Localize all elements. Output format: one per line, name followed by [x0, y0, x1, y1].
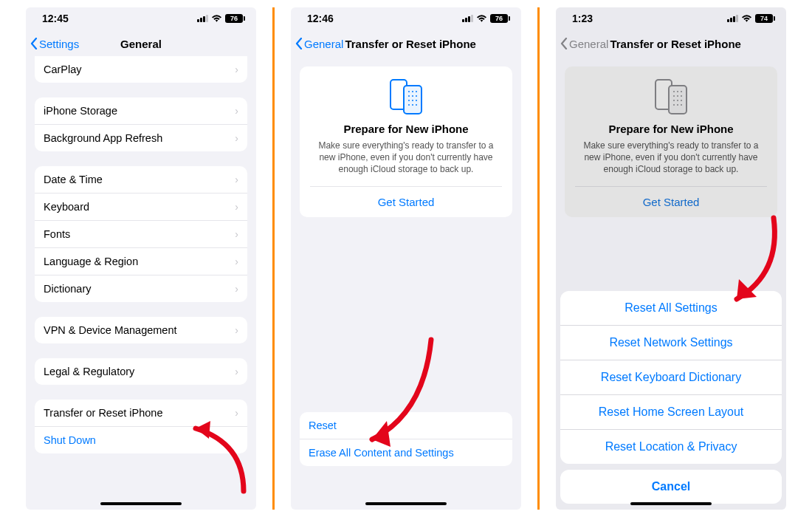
svg-point-6: [412, 95, 413, 97]
svg-point-12: [412, 104, 413, 106]
svg-point-16: [673, 91, 675, 92]
row-vpn-device-management[interactable]: VPN & Device Management›: [35, 317, 247, 343]
card-body: Make sure everything's ready to transfer…: [310, 140, 502, 176]
nav-bar: General Transfer or Reset iPhone: [556, 28, 786, 59]
back-label: Settings: [39, 38, 79, 50]
svg-point-22: [673, 100, 675, 101]
chevron-right-icon: ›: [235, 201, 238, 213]
chevron-right-icon: ›: [235, 407, 238, 419]
svg-point-3: [412, 91, 413, 92]
svg-point-26: [677, 104, 678, 106]
chevron-left-icon: [295, 38, 303, 49]
status-right: 76: [461, 14, 508, 23]
svg-point-24: [681, 100, 682, 101]
home-indicator[interactable]: [630, 502, 712, 505]
prepare-card: Prepare for New iPhone Make sure everyth…: [565, 66, 777, 217]
action-sheet-options: Reset All Settings Reset Network Setting…: [560, 291, 782, 464]
row-keyboard[interactable]: Keyboard›: [35, 194, 247, 221]
chevron-left-icon: [560, 38, 568, 49]
svg-point-21: [681, 95, 682, 97]
group-vpn: VPN & Device Management›: [35, 317, 247, 343]
get-started-button[interactable]: Get Started: [310, 186, 502, 217]
status-bar: 12:45 76: [26, 7, 256, 28]
screenshot-divider: [537, 7, 540, 510]
chevron-right-icon: ›: [235, 132, 238, 144]
row-shut-down[interactable]: Shut Down: [35, 427, 247, 453]
back-button[interactable]: General: [295, 38, 343, 50]
home-indicator[interactable]: [365, 502, 447, 505]
wifi-icon: [741, 14, 752, 23]
dimmed-background: 1:23 74 General Transfer or Reset iPhone…: [556, 7, 786, 217]
option-reset-all-settings[interactable]: Reset All Settings: [560, 291, 782, 326]
home-indicator[interactable]: [100, 502, 182, 505]
battery-icon: 76: [490, 14, 508, 23]
nav-bar: General Transfer or Reset iPhone: [291, 28, 521, 59]
row-reset[interactable]: Reset: [300, 412, 512, 439]
prepare-illustration-icon: [310, 78, 502, 115]
svg-point-9: [412, 100, 413, 101]
row-fonts[interactable]: Fonts›: [35, 221, 247, 248]
option-reset-keyboard-dictionary[interactable]: Reset Keyboard Dictionary: [560, 360, 782, 395]
svg-point-2: [408, 91, 410, 92]
card-title: Prepare for New iPhone: [310, 123, 502, 135]
chevron-right-icon: ›: [235, 366, 238, 377]
chevron-right-icon: ›: [235, 64, 238, 75]
row-legal-regulatory[interactable]: Legal & Regulatory›: [35, 358, 247, 385]
screenshot-divider: [272, 7, 275, 510]
row-dictionary[interactable]: Dictionary›: [35, 275, 247, 302]
chevron-right-icon: ›: [235, 256, 238, 267]
battery-icon: 76: [225, 14, 243, 23]
wifi-icon: [476, 14, 487, 23]
cancel-button[interactable]: Cancel: [560, 470, 782, 504]
chevron-right-icon: ›: [235, 105, 238, 117]
row-iphone-storage[interactable]: iPhone Storage›: [35, 97, 247, 125]
row-carplay[interactable]: CarPlay›: [35, 56, 247, 83]
nav-title: Transfer or Reset iPhone: [343, 38, 476, 50]
svg-point-5: [408, 95, 410, 97]
chevron-right-icon: ›: [235, 174, 238, 185]
option-reset-network-settings[interactable]: Reset Network Settings: [560, 326, 782, 360]
svg-point-10: [416, 100, 417, 101]
back-button: General: [560, 38, 608, 50]
svg-point-19: [673, 95, 675, 97]
action-sheet: Reset All Settings Reset Network Setting…: [560, 291, 782, 504]
option-reset-home-screen-layout[interactable]: Reset Home Screen Layout: [560, 395, 782, 430]
cellular-signal-icon: [726, 15, 738, 22]
status-right: 76: [196, 14, 243, 23]
nav-bar: Settings General: [26, 28, 256, 59]
svg-point-27: [681, 104, 682, 106]
svg-point-4: [416, 91, 417, 92]
row-erase-all[interactable]: Erase All Content and Settings: [300, 439, 512, 466]
cellular-signal-icon: [196, 15, 208, 22]
row-language-region[interactable]: Language & Region›: [35, 248, 247, 275]
back-button[interactable]: Settings: [30, 38, 79, 50]
prepare-illustration-icon: [575, 78, 767, 115]
card-title: Prepare for New iPhone: [575, 123, 767, 135]
back-label: General: [569, 38, 608, 50]
nav-title: Transfer or Reset iPhone: [608, 38, 741, 50]
svg-point-25: [673, 104, 675, 106]
chevron-right-icon: ›: [235, 228, 238, 240]
row-background-app-refresh[interactable]: Background App Refresh›: [35, 125, 247, 151]
back-label: General: [304, 38, 343, 50]
group-localization: Date & Time› Keyboard› Fonts› Language &…: [35, 166, 247, 302]
svg-point-20: [677, 95, 678, 97]
svg-point-18: [681, 91, 682, 92]
screen-transfer-or-reset: 12:46 76 General Transfer or Reset iPhon…: [291, 7, 521, 510]
row-transfer-or-reset[interactable]: Transfer or Reset iPhone›: [35, 400, 247, 427]
chevron-right-icon: ›: [235, 283, 238, 295]
wifi-icon: [211, 14, 222, 23]
svg-point-7: [416, 95, 417, 97]
row-date-time[interactable]: Date & Time›: [35, 166, 247, 194]
status-bar: 12:46 76: [291, 7, 521, 28]
status-time: 12:45: [42, 13, 69, 24]
status-time: 12:46: [307, 13, 334, 24]
status-right: 74: [726, 14, 773, 23]
status-time: 1:23: [572, 13, 593, 24]
svg-point-11: [408, 104, 410, 106]
option-reset-location-privacy[interactable]: Reset Location & Privacy: [560, 430, 782, 464]
chevron-right-icon: ›: [235, 324, 238, 336]
group-reset-options: Reset Erase All Content and Settings: [300, 412, 512, 466]
group-reset: Transfer or Reset iPhone› Shut Down: [35, 400, 247, 453]
svg-point-13: [416, 104, 417, 106]
